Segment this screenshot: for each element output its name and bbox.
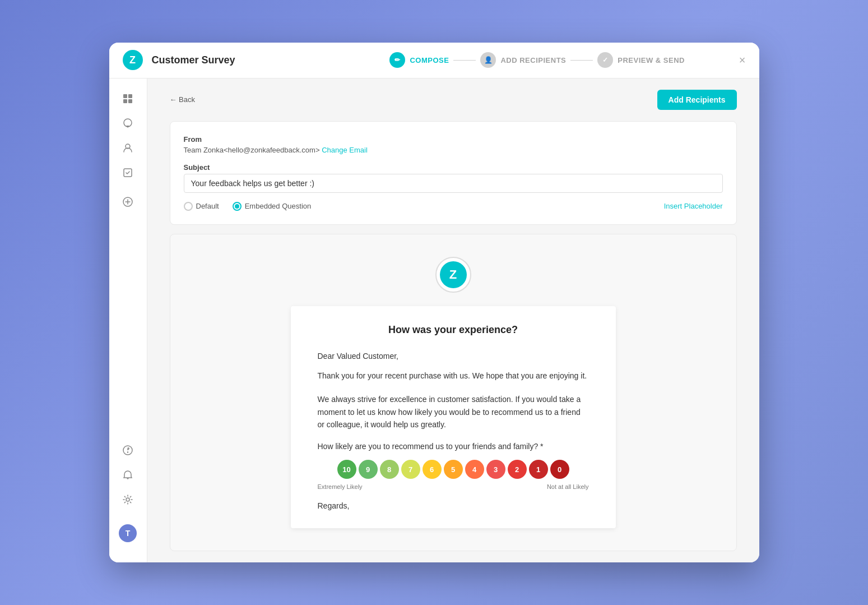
close-button[interactable]: × [739,54,746,67]
sidebar-icon-task[interactable] [117,161,139,184]
subject-input[interactable] [184,174,723,193]
steps-nav: ✏ COMPOSE 👤 ADD RECIPIENTS ✓ PREVIEW & S… [345,52,730,68]
radio-embedded[interactable]: Embedded Question [233,202,312,211]
radio-embedded-circle [233,202,242,211]
email-body-1: Thank you for your recent purchase with … [318,370,589,382]
sidebar-icon-grid[interactable] [117,87,139,110]
back-link[interactable]: ← Back [170,95,196,104]
nps-btn-8[interactable]: 8 [380,460,399,479]
add-recipients-button[interactable]: Add Recipients [657,90,737,110]
email-title: How was your experience? [318,324,589,336]
radio-default[interactable]: Default [184,202,219,211]
change-email-link[interactable]: Change Email [322,146,368,154]
nps-label-left: Extremely Likely [318,483,363,490]
radio-row: Default Embedded Question Insert Placeho… [184,202,723,211]
user-avatar[interactable]: T [119,524,137,542]
email-body-2: We always strive for excellence in custo… [318,393,589,431]
nps-btn-2[interactable]: 2 [508,460,527,479]
nps-btn-1[interactable]: 1 [529,460,548,479]
header: Z Customer Survey ✏ COMPOSE 👤 ADD RECIPI… [109,43,759,78]
step-divider-2 [570,60,593,61]
nps-labels: Extremely Likely Not at all Likely [318,483,589,490]
email-greeting: Dear Valued Customer, [318,352,589,361]
email-preview: Z How was your experience? Dear Valued C… [170,234,737,552]
preview-logo-wrapper: Z [435,257,471,293]
nps-btn-4[interactable]: 4 [465,460,484,479]
svg-rect-2 [123,99,127,103]
svg-rect-1 [128,94,132,98]
insert-placeholder-link[interactable]: Insert Placeholder [664,202,723,210]
sidebar-icon-settings[interactable] [117,488,139,511]
svg-rect-0 [123,94,127,98]
nps-btn-6[interactable]: 6 [423,460,442,479]
email-closing: Regards, [318,501,589,510]
step-compose[interactable]: ✏ COMPOSE [389,52,449,68]
content-area: ← Back Add Recipients From Team Zonka<he… [147,78,759,563]
svg-point-4 [124,119,132,127]
sidebar-icon-bell[interactable] [117,464,139,486]
step-add-recipients[interactable]: 👤 ADD RECIPIENTS [480,52,566,68]
compose-card: From Team Zonka<hello@zonkafeedback.com>… [170,121,737,225]
from-value: Team Zonka<hello@zonkafeedback.com> Chan… [184,146,723,154]
from-label: From [184,135,723,144]
nps-btn-5[interactable]: 5 [444,460,463,479]
sidebar-icon-help[interactable] [117,439,139,461]
step-divider-1 [453,60,476,61]
sidebar-icon-user[interactable] [117,137,139,159]
step-compose-circle: ✏ [389,52,405,68]
step-add-recipients-circle: 👤 [480,52,496,68]
main-layout: T ← Back Add Recipients From Team Zonka<… [109,78,759,563]
sidebar: T [109,78,147,563]
nps-btn-3[interactable]: 3 [486,460,505,479]
subject-label: Subject [184,163,723,172]
sidebar-icon-add[interactable] [117,191,139,213]
window-title: Customer Survey [152,54,345,66]
nps-question: How likely are you to recommend us to yo… [318,442,589,451]
sidebar-icon-chat[interactable] [117,112,139,135]
email-card: How was your experience? Dear Valued Cus… [291,306,616,529]
radio-group: Default Embedded Question [184,202,312,211]
nps-btn-9[interactable]: 9 [359,460,378,479]
app-window: Z Customer Survey ✏ COMPOSE 👤 ADD RECIPI… [109,43,759,563]
svg-point-9 [126,498,129,501]
top-bar: ← Back Add Recipients [170,90,737,110]
step-preview-label: PREVIEW & SEND [618,56,685,64]
nps-btn-0[interactable]: 0 [550,460,569,479]
nps-label-right: Not at all Likely [547,483,589,490]
step-add-recipients-label: ADD RECIPIENTS [500,56,566,64]
nps-btn-7[interactable]: 7 [401,460,420,479]
step-compose-label: COMPOSE [410,56,449,64]
radio-default-circle [184,202,193,211]
nps-scale: 109876543210 [318,460,589,479]
app-logo: Z [123,50,143,70]
step-preview-circle: ✓ [597,52,613,68]
preview-logo: Z [440,261,467,288]
svg-rect-3 [128,99,132,103]
nps-btn-10[interactable]: 10 [337,460,356,479]
step-preview-send[interactable]: ✓ PREVIEW & SEND [597,52,685,68]
